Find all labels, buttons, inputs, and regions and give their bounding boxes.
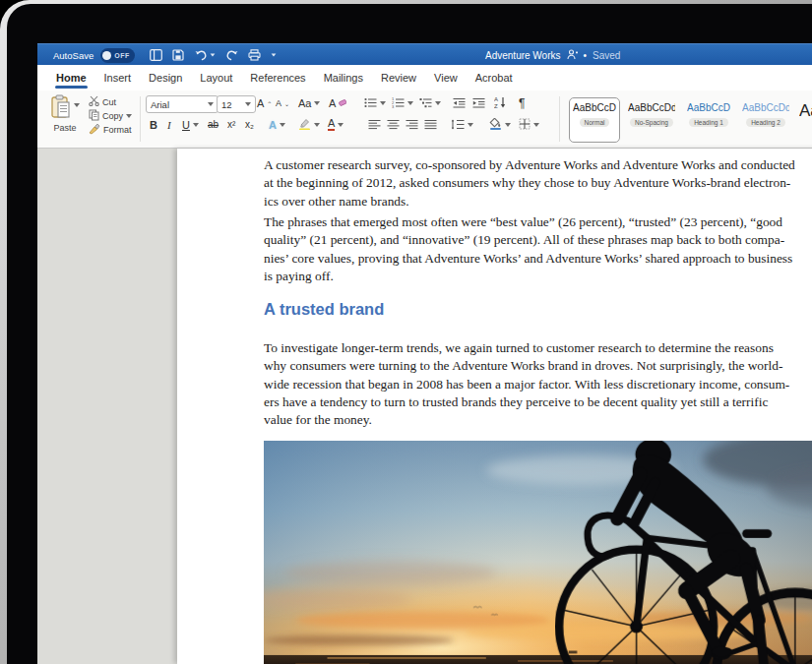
undo-icon[interactable]	[194, 49, 216, 61]
bold-button[interactable]: B	[146, 116, 161, 133]
tab-home[interactable]: Home	[47, 65, 95, 91]
paint-bucket-icon	[489, 118, 502, 132]
justify-icon	[424, 119, 437, 132]
font-color-glyph: A	[328, 118, 335, 131]
decrease-indent-icon	[453, 97, 466, 110]
ribbon: Paste Cut Copy Format	[37, 91, 812, 149]
style-name: Heading 2	[746, 118, 785, 127]
subscript-button[interactable]: x₂	[242, 116, 257, 133]
save-icon[interactable]	[172, 49, 184, 61]
font-name-select[interactable]: Arial	[146, 95, 219, 113]
justify-button[interactable]	[422, 117, 439, 133]
highlight-button[interactable]	[295, 116, 323, 133]
font-color-button[interactable]: A	[325, 116, 346, 133]
redo-icon[interactable]	[225, 49, 238, 61]
tab-insert[interactable]: Insert	[95, 65, 141, 91]
pilcrow-glyph: ¶	[519, 96, 525, 110]
sort-button[interactable]: AZ	[492, 94, 509, 111]
format-painter-icon	[89, 123, 100, 137]
shrink-font-button[interactable]: A⌄	[274, 95, 291, 111]
align-left-button[interactable]	[366, 117, 383, 133]
text-line: ers have a tendency to turn to trusted b…	[264, 393, 789, 411]
show-formatting-button[interactable]: ¶	[516, 95, 528, 111]
cut-button[interactable]: Cut	[89, 95, 116, 108]
style-sample: AaBbCcDd	[628, 102, 675, 114]
style-name: Heading 1	[689, 118, 728, 127]
align-center-button[interactable]	[385, 117, 402, 133]
increase-indent-button[interactable]	[470, 95, 487, 111]
tab-design[interactable]: Design	[140, 65, 191, 91]
cyclist-sunset-photo[interactable]	[264, 441, 812, 664]
text-line: value for the money.	[264, 411, 789, 429]
autosave-toggle[interactable]: OFF	[100, 48, 135, 63]
italic-glyph: I	[167, 119, 171, 131]
svg-text:Z: Z	[494, 103, 498, 108]
change-case-button[interactable]: Aa	[295, 95, 323, 111]
text-effects-button[interactable]: A	[266, 116, 288, 133]
paste-button[interactable]: Paste	[43, 94, 87, 140]
cut-label: Cut	[102, 97, 116, 107]
strikethrough-glyph: ab	[208, 119, 219, 130]
style-sample: AaBbCcD	[687, 102, 730, 114]
numbered-list-icon: 123	[392, 97, 405, 110]
ribbon-tabs: Home Insert Design Layout References Mai…	[37, 65, 812, 91]
styles-gallery: AaBbCcD Normal AaBbCcDd No-Spacing AaBbC…	[569, 97, 812, 143]
autosave-state: OFF	[114, 52, 130, 59]
tab-acrobat[interactable]: Acrobat	[467, 65, 522, 91]
tab-review[interactable]: Review	[372, 65, 425, 91]
superscript-button[interactable]: x²	[224, 116, 238, 133]
strikethrough-button[interactable]: ab	[205, 116, 221, 133]
numbered-list-button[interactable]: 123	[390, 95, 415, 111]
italic-button[interactable]: I	[163, 116, 175, 133]
tab-references[interactable]: References	[241, 65, 314, 91]
style-title[interactable]: AaBbCcDd Title	[797, 97, 812, 143]
align-right-button[interactable]	[404, 117, 420, 133]
tab-layout[interactable]: Layout	[191, 65, 241, 91]
shading-button[interactable]	[487, 117, 513, 133]
sort-az-icon: AZ	[494, 95, 507, 110]
status-separator: •	[584, 50, 588, 61]
document-title: Adventure Works	[485, 50, 561, 61]
tab-mailings[interactable]: Mailings	[315, 65, 372, 91]
font-color-chevron	[338, 123, 344, 127]
format-painter-button[interactable]: Format	[89, 123, 132, 137]
more-commands-chevron[interactable]	[271, 53, 276, 56]
borders-button[interactable]	[517, 117, 541, 133]
paste-label: Paste	[53, 123, 76, 133]
borders-icon	[519, 118, 531, 132]
copy-pages-icon	[89, 109, 99, 123]
underline-button[interactable]: U	[179, 116, 202, 133]
line-spacing-button[interactable]	[449, 117, 475, 133]
multilevel-list-button[interactable]	[417, 95, 443, 111]
print-icon[interactable]	[248, 49, 261, 61]
font-size-select[interactable]: 12	[217, 95, 256, 113]
bullet-list-button[interactable]	[362, 95, 388, 111]
copy-button[interactable]: Copy	[89, 109, 132, 123]
clear-formatting-button[interactable]: A	[326, 95, 349, 111]
line-spacing-chevron	[468, 123, 473, 127]
document-page[interactable]: A customer research survey, co-sponsored…	[177, 149, 812, 664]
bullet-list-icon	[364, 97, 377, 110]
text-line: quality” (21 percent), and “innovative” …	[264, 231, 792, 249]
text-line: To investigate longer-term trends, we ag…	[264, 339, 789, 357]
sidebar-panel-icon[interactable]	[150, 49, 162, 61]
multilevel-list-chevron	[435, 101, 441, 105]
superscript-glyph: x²	[227, 119, 235, 130]
text-line: at the beginning of 2012, asked consumer…	[264, 174, 795, 192]
paragraph: To investigate longer-term trends, we ag…	[264, 339, 789, 429]
decrease-indent-button[interactable]	[451, 95, 468, 111]
style-heading-2[interactable]: AaBbCcDd Heading 2	[740, 97, 791, 143]
grow-font-button[interactable]: A⌃	[255, 95, 274, 111]
align-center-icon	[387, 119, 400, 132]
style-heading-1[interactable]: AaBbCcD Heading 1	[683, 97, 734, 143]
style-no-spacing[interactable]: AaBbCcDd No-Spacing	[626, 97, 677, 143]
increase-indent-icon	[472, 97, 485, 110]
text-line: nies’ core values, proving that Adventur…	[264, 250, 792, 268]
text-line: wide recession that began in 2008 has be…	[264, 376, 789, 393]
paragraph: A customer research survey, co-sponsored…	[264, 156, 795, 211]
title-bar: AutoSave OFF	[37, 43, 812, 66]
tab-view[interactable]: View	[425, 65, 467, 91]
share-person-icon[interactable]	[567, 49, 578, 62]
borders-chevron	[533, 123, 539, 127]
style-normal[interactable]: AaBbCcD Normal	[569, 97, 620, 143]
